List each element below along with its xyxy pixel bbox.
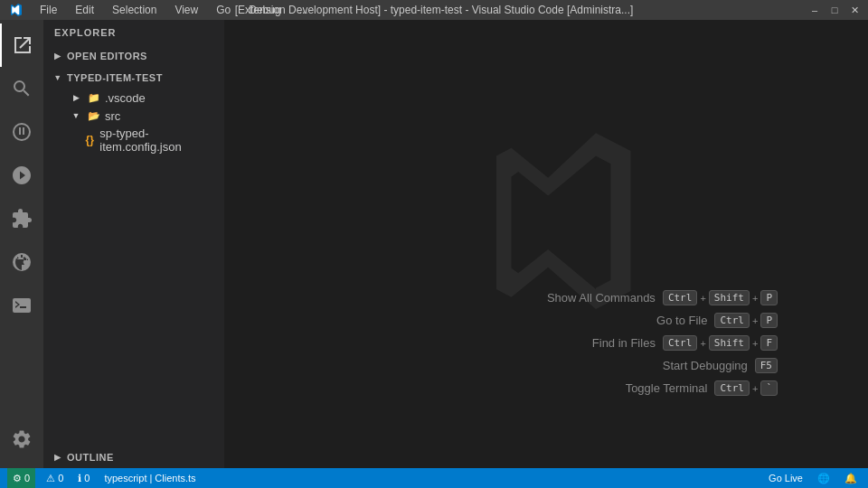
plus-icon-5: +: [752, 338, 758, 349]
vscode-folder-icon: 📁: [87, 90, 101, 105]
key-ctrl-4: Ctrl: [714, 380, 750, 396]
maximize-button[interactable]: □: [828, 4, 841, 16]
shortcut-show-commands-keys: Ctrl + Shift + P: [663, 290, 778, 305]
main-area: Explorer Open Editors typed-item-test 📁 …: [0, 20, 868, 468]
project-section: typed-item-test 📁 .vscode 📂 src {} sp-ty…: [43, 67, 224, 155]
tree-item-src[interactable]: 📂 src: [43, 107, 224, 125]
vscode-logo-icon: [7, 3, 22, 17]
activity-terminal-icon[interactable]: [0, 284, 43, 327]
editor-area: Show All Commands Ctrl + Shift + P Go to…: [224, 20, 868, 468]
plus-icon: +: [700, 293, 705, 304]
close-button[interactable]: ✕: [848, 4, 861, 16]
shortcut-start-debugging-keys: F5: [755, 358, 778, 373]
shortcut-toggle-terminal-label: Toggle Terminal: [626, 381, 708, 395]
src-folder-chevron-icon: [69, 108, 83, 123]
status-globe-icon[interactable]: 🌐: [814, 473, 834, 484]
file-label: Clients.ts: [155, 473, 195, 483]
vscode-folder-chevron-icon: [69, 90, 83, 105]
menu-selection[interactable]: Selection: [108, 2, 160, 18]
shortcut-goto-file-label: Go to File: [656, 314, 707, 327]
config-file-label: sp-typed-item.config.json: [99, 127, 217, 154]
activity-bar-bottom: [0, 418, 43, 468]
outline-section: Outline: [43, 446, 224, 468]
status-notification-icon[interactable]: 🔔: [841, 473, 861, 484]
window-controls: – □ ✕: [808, 4, 861, 16]
menu-edit[interactable]: Edit: [71, 2, 98, 18]
key-backtick: `: [760, 380, 778, 396]
remote-icon-symbol: ⚙: [13, 473, 22, 484]
shortcut-goto-file: Go to File Ctrl + P: [656, 313, 778, 328]
shortcut-toggle-terminal: Toggle Terminal Ctrl + `: [626, 380, 778, 396]
key-p2: P: [760, 313, 778, 328]
warning-count: 0: [84, 473, 90, 483]
statusbar-right: Go Live 🌐 🔔: [765, 473, 861, 484]
activity-explorer-icon[interactable]: [0, 23, 43, 67]
menu-view[interactable]: View: [171, 2, 202, 18]
tree-item-config-json[interactable]: {} sp-typed-item.config.json: [43, 125, 224, 155]
error-icon: ⚠: [46, 473, 55, 484]
remote-label: 0: [24, 473, 30, 483]
status-warnings[interactable]: ℹ 0: [74, 473, 93, 484]
language-label: typescript: [104, 473, 146, 483]
activity-remote-icon[interactable]: [0, 240, 43, 284]
open-editors-chevron-icon: [51, 49, 65, 63]
status-language[interactable]: typescript | Clients.ts: [100, 473, 199, 483]
key-f: F: [760, 335, 778, 351]
outline-chevron-icon: [51, 450, 65, 465]
menu-file[interactable]: File: [36, 2, 61, 18]
sidebar: Explorer Open Editors typed-item-test 📁 …: [43, 20, 224, 468]
shortcuts-panel: Show All Commands Ctrl + Shift + P Go to…: [547, 290, 778, 396]
shortcut-find-files-label: Find in Files: [592, 336, 656, 350]
shortcut-find-files-keys: Ctrl + Shift + F: [663, 335, 778, 351]
key-p: P: [760, 290, 778, 305]
shortcut-start-debugging-label: Start Debugging: [663, 359, 748, 372]
tree-item-vscode[interactable]: 📁 .vscode: [43, 89, 224, 107]
status-errors[interactable]: ⚠ 0: [42, 473, 67, 484]
statusbar: ⚙ 0 ⚠ 0 ℹ 0 typescript | Clients.ts Go L…: [0, 468, 868, 488]
plus-icon-4: +: [700, 338, 705, 349]
minimize-button[interactable]: –: [808, 4, 821, 16]
open-editors-header[interactable]: Open Editors: [43, 45, 224, 67]
outline-header[interactable]: Outline: [43, 446, 224, 468]
plus-icon-2: +: [752, 293, 758, 304]
statusbar-left: ⚙ 0 ⚠ 0 ℹ 0 typescript | Clients.ts: [7, 468, 200, 488]
go-live-button[interactable]: Go Live: [765, 473, 807, 483]
open-editors-section: Open Editors: [43, 45, 224, 67]
shortcut-start-debugging: Start Debugging F5: [663, 358, 778, 373]
project-header[interactable]: typed-item-test: [43, 67, 224, 89]
key-shift-2: Shift: [709, 335, 750, 351]
activity-debug-icon[interactable]: [0, 154, 43, 197]
plus-icon-3: +: [752, 315, 758, 326]
window-title: [Extension Development Host] - typed-ite…: [235, 4, 634, 16]
titlebar: File Edit Selection View Go Debug ... [E…: [0, 0, 868, 20]
activity-git-icon[interactable]: [0, 110, 43, 154]
key-ctrl-3: Ctrl: [663, 335, 698, 351]
error-count: 0: [58, 473, 63, 483]
key-f5: F5: [755, 358, 778, 373]
key-shift: Shift: [709, 290, 750, 305]
shortcut-show-commands-label: Show All Commands: [547, 291, 656, 305]
activity-extensions-icon[interactable]: [0, 197, 43, 240]
pipe-separator: |: [149, 473, 152, 483]
shortcut-find-files: Find in Files Ctrl + Shift + F: [592, 335, 778, 351]
src-folder-label: src: [105, 109, 120, 123]
key-ctrl-2: Ctrl: [714, 313, 750, 328]
project-chevron-icon: [51, 70, 65, 85]
plus-icon-6: +: [752, 383, 758, 394]
activity-settings-icon[interactable]: [0, 418, 43, 461]
config-file-icon: {}: [83, 133, 96, 147]
remote-indicator[interactable]: ⚙ 0: [7, 468, 35, 488]
shortcut-toggle-terminal-keys: Ctrl + `: [714, 380, 778, 396]
project-label: typed-item-test: [67, 72, 163, 83]
activity-bar: [0, 20, 43, 468]
shortcut-show-commands: Show All Commands Ctrl + Shift + P: [547, 290, 778, 305]
warning-icon: ℹ: [78, 473, 81, 484]
open-editors-label: Open Editors: [67, 51, 147, 61]
shortcut-goto-file-keys: Ctrl + P: [714, 313, 778, 328]
vscode-folder-label: .vscode: [105, 91, 146, 105]
sidebar-header: Explorer: [43, 20, 224, 45]
activity-search-icon[interactable]: [0, 67, 43, 110]
menu-go[interactable]: Go: [212, 2, 234, 18]
key-ctrl: Ctrl: [663, 290, 698, 305]
src-folder-icon: 📂: [87, 108, 101, 123]
